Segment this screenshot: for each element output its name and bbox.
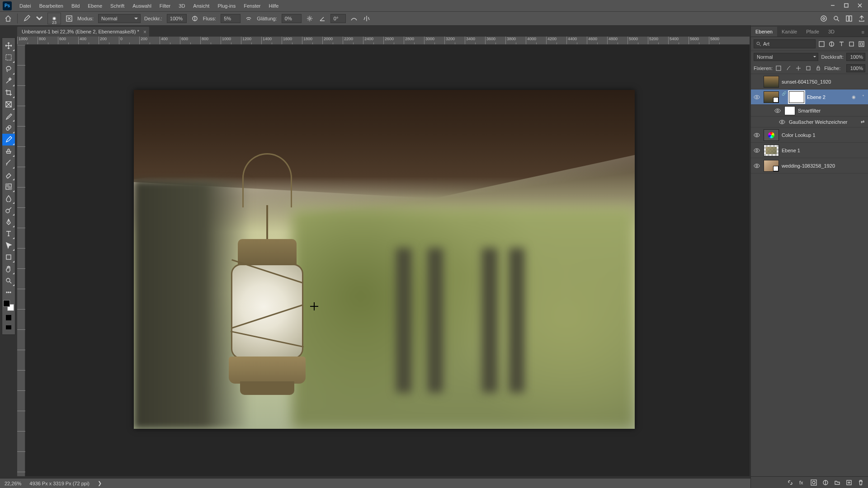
filter-shape-icon[interactable] <box>847 40 855 48</box>
opacity-field[interactable]: 100% <box>167 14 187 23</box>
lock-pixels-icon[interactable] <box>784 64 793 72</box>
delete-layer-icon[interactable] <box>856 478 865 487</box>
dodge-tool[interactable] <box>2 204 15 216</box>
search-icon[interactable] <box>833 15 840 23</box>
path-select-tool[interactable] <box>2 239 15 251</box>
lock-all-icon[interactable] <box>814 64 822 72</box>
cloud-docs-icon[interactable] <box>820 15 827 23</box>
horizontal-ruler[interactable]: 1000800600400200020040060080010001200140… <box>17 37 750 45</box>
visibility-toggle[interactable] <box>753 78 761 86</box>
type-tool[interactable] <box>2 228 15 239</box>
menu-auswahl[interactable]: Auswahl <box>128 1 156 10</box>
filter-type-icon[interactable] <box>837 40 845 48</box>
menu-ebene[interactable]: Ebene <box>84 1 106 10</box>
filter-adjust-icon[interactable] <box>827 40 835 48</box>
close-tab-icon[interactable]: × <box>143 29 146 35</box>
marquee-tool[interactable] <box>2 52 15 63</box>
opacity-pressure-icon[interactable] <box>190 14 199 23</box>
home-icon[interactable] <box>4 14 13 23</box>
airbrush-icon[interactable] <box>244 14 253 23</box>
eyedropper-tool[interactable] <box>2 110 15 122</box>
menu-plugins[interactable]: Plug-ins <box>213 1 240 10</box>
symmetry-icon[interactable] <box>362 14 371 23</box>
menu-bild[interactable]: Bild <box>67 1 84 10</box>
layer-thumbnail[interactable] <box>764 76 779 88</box>
layer-filter-field[interactable]: Art <box>754 39 816 48</box>
visibility-toggle[interactable] <box>753 162 761 170</box>
eraser-tool[interactable] <box>2 169 15 181</box>
fill-field[interactable]: 100% <box>846 64 865 72</box>
shape-tool[interactable] <box>2 251 15 263</box>
minimize-button[interactable] <box>826 1 839 10</box>
document-info[interactable]: 4936 Px x 3319 Px (72 ppi) <box>29 481 90 486</box>
layer-name[interactable]: Gaußscher Weichzeichner <box>789 119 856 125</box>
new-layer-icon[interactable] <box>844 478 854 487</box>
layer-row[interactable]: sunset-6041750_1920 <box>751 74 868 89</box>
visibility-toggle[interactable] <box>753 93 761 101</box>
pressure-size-icon[interactable] <box>349 14 359 23</box>
link-icon[interactable]: 🔗 <box>782 91 786 103</box>
clone-stamp-tool[interactable] <box>2 145 15 157</box>
tab-3d[interactable]: 3D <box>824 27 839 37</box>
zoom-level[interactable]: 22,26% <box>5 481 21 486</box>
filter-smart-icon[interactable] <box>857 40 865 48</box>
tab-pfade[interactable]: Pfade <box>802 27 824 37</box>
visibility-toggle[interactable] <box>778 118 786 126</box>
menu-filter[interactable]: Filter <box>156 1 175 10</box>
layer-blend-dropdown[interactable]: Normal <box>754 53 818 61</box>
filter-badge-icon[interactable]: ◉ <box>850 94 858 99</box>
layer-name[interactable]: Smartfilter <box>798 108 866 113</box>
flow-field[interactable]: 5% <box>221 14 241 23</box>
layer-thumbnail[interactable] <box>764 160 779 172</box>
tool-preset-dropdown[interactable] <box>35 14 44 23</box>
layer-name[interactable]: Ebene 1 <box>782 148 866 153</box>
canvas[interactable] <box>134 90 635 429</box>
edit-toolbar[interactable] <box>2 286 15 298</box>
crop-tool[interactable] <box>2 87 15 99</box>
menu-hilfe[interactable]: Hilfe <box>264 1 283 10</box>
lasso-tool[interactable] <box>2 63 15 75</box>
angle-icon[interactable] <box>318 14 327 23</box>
pen-tool[interactable] <box>2 216 15 228</box>
visibility-toggle[interactable] <box>753 146 761 155</box>
layer-thumbnail[interactable] <box>764 91 779 103</box>
menu-bearbeiten[interactable]: Bearbeiten <box>35 1 67 10</box>
close-button[interactable] <box>854 1 866 10</box>
filter-options-icon[interactable]: ⇄ <box>859 119 866 124</box>
lock-position-icon[interactable] <box>794 64 802 72</box>
tab-kanaele[interactable]: Kanäle <box>777 27 802 37</box>
layer-thumbnail[interactable] <box>764 145 779 156</box>
maximize-button[interactable] <box>840 1 853 10</box>
lock-transparency-icon[interactable] <box>774 64 783 72</box>
move-tool[interactable] <box>2 40 15 52</box>
hand-tool[interactable] <box>2 263 15 275</box>
status-chevron-icon[interactable]: ❯ <box>98 480 102 486</box>
menu-schrift[interactable]: Schrift <box>106 1 128 10</box>
layer-row[interactable]: wedding-1083258_1920 <box>751 158 868 174</box>
add-mask-icon[interactable] <box>809 478 818 487</box>
blend-mode-dropdown[interactable]: Normal <box>98 14 141 23</box>
new-adjustment-icon[interactable] <box>821 478 830 487</box>
color-swatches[interactable] <box>3 300 14 311</box>
frame-tool[interactable] <box>2 99 15 110</box>
layer-name[interactable]: Color Lookup 1 <box>782 132 866 138</box>
layer-name[interactable]: wedding-1083258_1920 <box>782 163 866 169</box>
layer-row[interactable]: 🔗 Ebene 2 ◉ ˅ <box>751 89 868 105</box>
smartfilter-row[interactable]: Smartfilter <box>751 105 868 117</box>
workspace-icon[interactable] <box>845 15 853 23</box>
quickmask-toggle[interactable] <box>2 313 15 323</box>
history-brush-tool[interactable] <box>2 157 15 169</box>
filter-mask-thumbnail[interactable] <box>784 106 795 115</box>
mask-thumbnail[interactable] <box>789 91 804 103</box>
vertical-ruler[interactable] <box>17 45 25 476</box>
layer-opacity-field[interactable]: 100% <box>846 53 865 61</box>
layer-row[interactable]: Ebene 1 <box>751 143 868 158</box>
gradient-tool[interactable] <box>2 181 15 192</box>
new-group-icon[interactable] <box>833 478 842 487</box>
visibility-toggle[interactable] <box>774 107 782 115</box>
visibility-toggle[interactable] <box>753 131 761 139</box>
menu-3d[interactable]: 3D <box>175 1 189 10</box>
magic-wand-tool[interactable] <box>2 75 15 87</box>
zoom-tool[interactable] <box>2 275 15 286</box>
brush-preview[interactable]: 23 <box>47 13 61 24</box>
